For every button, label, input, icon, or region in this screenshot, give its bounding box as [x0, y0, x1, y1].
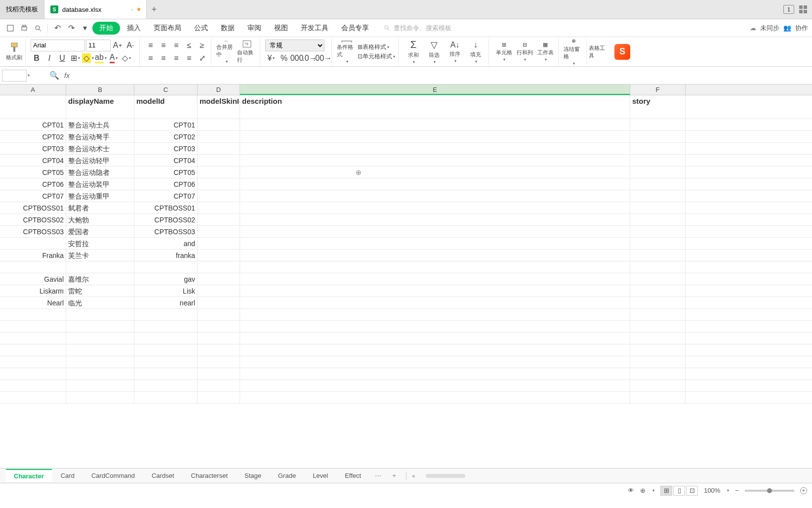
cell[interactable] [198, 167, 240, 178]
apps-icon[interactable] [799, 5, 807, 13]
cell[interactable] [240, 261, 630, 273]
cell[interactable]: CPTBOSS02 [134, 214, 198, 225]
cond-format-button[interactable]: 条件格式▾ [337, 40, 357, 64]
cell[interactable] [198, 297, 240, 308]
cell[interactable] [630, 202, 686, 213]
cell[interactable]: 整合运动弩手 [66, 131, 134, 142]
cell[interactable]: CPT01 [0, 119, 66, 130]
zoom-value[interactable]: 100% [704, 487, 720, 494]
eye-icon[interactable]: 👁 [628, 487, 634, 494]
cell[interactable] [630, 273, 686, 285]
sheet-stage[interactable]: Stage [237, 469, 269, 482]
cell[interactable]: Lisk [134, 285, 198, 296]
col-header-e[interactable]: E [240, 85, 630, 95]
sync-status[interactable]: 未同步 [760, 24, 779, 33]
cell[interactable]: 安哲拉 [66, 238, 134, 249]
cell[interactable]: CPT02 [134, 131, 198, 142]
cell[interactable] [630, 226, 686, 237]
cell[interactable]: CPT01 [134, 119, 198, 130]
freeze-button[interactable]: ❄冻结窗格▾ [564, 40, 583, 64]
zoom-slider[interactable] [745, 490, 794, 492]
align-right-icon[interactable]: ≡ [170, 52, 182, 64]
cell[interactable]: nearl [134, 297, 198, 308]
name-box-dropdown[interactable]: ▾ [28, 73, 30, 78]
cell-button[interactable]: ⊞单元格▾ [494, 40, 514, 64]
status-dropdown[interactable]: ▾ [652, 488, 654, 493]
border-icon[interactable]: ⊞▾ [69, 52, 81, 64]
menu-start[interactable]: 开始 [92, 22, 120, 35]
percent-icon[interactable]: % [278, 52, 290, 64]
preview-icon[interactable] [32, 22, 44, 35]
cell[interactable]: CPT05 [0, 167, 66, 178]
cell[interactable] [240, 297, 630, 308]
lookup-icon[interactable]: 🔍 [49, 71, 59, 80]
bold-icon[interactable]: B [31, 52, 42, 64]
cell[interactable] [240, 238, 630, 249]
cell[interactable] [630, 214, 686, 225]
decrease-font-icon[interactable]: A- [124, 40, 136, 51]
cell[interactable]: CPTBOSS02 [0, 214, 66, 225]
cell[interactable]: CPTBOSS01 [134, 202, 198, 213]
name-box[interactable] [2, 70, 27, 82]
col-header-a[interactable]: A [0, 85, 66, 95]
menu-layout[interactable]: 页面布局 [148, 21, 187, 36]
font-color-icon[interactable]: A▾ [108, 52, 120, 64]
sheet-more-button[interactable]: ⋯ [370, 472, 386, 479]
cell[interactable] [198, 131, 240, 142]
cell[interactable]: CPTBOSS03 [134, 226, 198, 237]
cell[interactable] [630, 297, 686, 308]
cell[interactable] [630, 143, 686, 154]
cell[interactable] [630, 238, 686, 249]
sheet-scroll-left[interactable]: ◂ [411, 472, 415, 479]
cell[interactable]: 整合运动士兵 [66, 119, 134, 130]
cell[interactable] [66, 261, 134, 273]
cell[interactable]: CPT02 [0, 131, 66, 142]
align-middle-icon[interactable]: ≡ [158, 40, 169, 51]
cell[interactable] [198, 178, 240, 190]
cell[interactable] [240, 285, 630, 296]
cell[interactable]: 整合运动术士 [66, 143, 134, 154]
highlight-icon[interactable]: ab▾ [95, 52, 107, 64]
fx-icon[interactable]: fx [64, 72, 70, 80]
zoom-dropdown[interactable]: ▾ [727, 488, 729, 493]
dropdown-icon[interactable]: ▾ [79, 22, 91, 35]
cell[interactable]: 弑君者 [66, 202, 134, 213]
cell[interactable] [198, 143, 240, 154]
redo-icon[interactable]: ↷ [65, 22, 78, 35]
col-header-f[interactable]: F [630, 85, 686, 95]
cell[interactable]: franka [134, 250, 198, 261]
header-description[interactable]: description [240, 95, 630, 119]
cell[interactable]: Liskarm [0, 285, 66, 296]
cell[interactable] [240, 250, 630, 261]
cell[interactable]: 爱国者 [66, 226, 134, 237]
menu-view[interactable]: 视图 [268, 21, 294, 36]
cell[interactable] [198, 285, 240, 296]
cell[interactable]: and [134, 238, 198, 249]
col-header-c[interactable]: C [134, 85, 198, 95]
sum-button[interactable]: Σ求和▾ [404, 40, 423, 64]
align-top-icon[interactable]: ≡ [145, 40, 157, 51]
cell[interactable]: Franka [0, 250, 66, 261]
menu-review[interactable]: 审阅 [242, 21, 267, 36]
sheet-add-button[interactable]: + [387, 472, 401, 479]
col-header-b[interactable]: B [66, 85, 134, 95]
cell[interactable] [630, 167, 686, 178]
cell-style-button[interactable]: ⊡ 单元格样式▾ [358, 52, 395, 61]
cell[interactable] [240, 202, 630, 213]
cell[interactable]: Gavial [0, 273, 66, 285]
cell[interactable] [240, 119, 630, 130]
align-bottom-icon[interactable]: ≡ [170, 40, 182, 51]
cell[interactable]: Nearl [0, 297, 66, 308]
window-mode-icon[interactable]: 1 [783, 5, 794, 14]
zoom-out-button[interactable]: − [735, 487, 739, 494]
cell[interactable] [198, 190, 240, 202]
cell[interactable] [0, 261, 66, 273]
menu-dev[interactable]: 开发工具 [295, 21, 334, 36]
cell[interactable]: CPTBOSS03 [0, 226, 66, 237]
cell[interactable] [198, 214, 240, 225]
orientation-icon[interactable]: ⤢ [196, 52, 208, 64]
view-page-icon[interactable]: ▯ [673, 486, 685, 496]
align-center-icon[interactable]: ≡ [158, 52, 169, 64]
cell[interactable]: 整合运动轻甲 [66, 155, 134, 166]
table-tools-button[interactable]: 表格工具 [589, 40, 609, 64]
